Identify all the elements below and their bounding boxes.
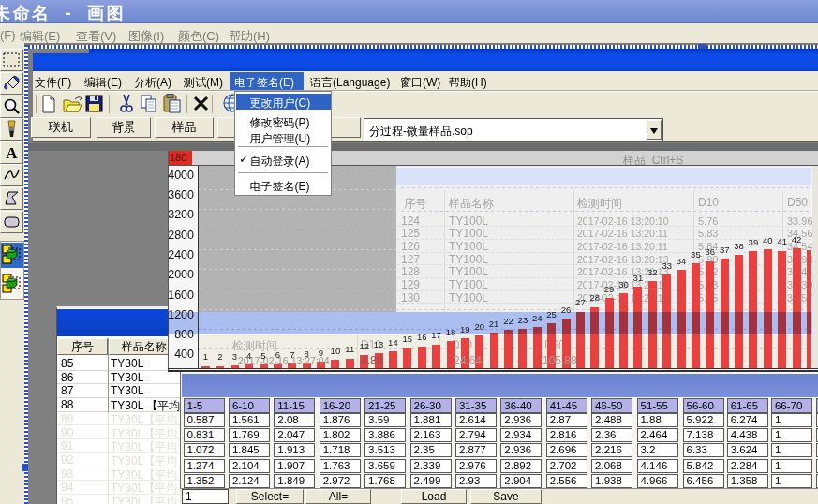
svg-text:A: A	[6, 144, 18, 162]
